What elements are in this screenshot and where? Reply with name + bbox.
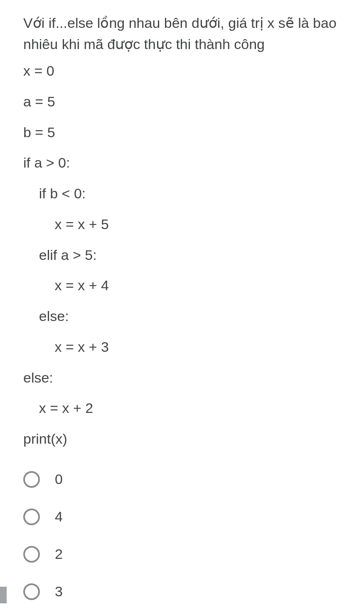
radio-icon [23, 471, 40, 488]
code-line: x = 0 [23, 63, 54, 79]
code-line: elif a > 5: [23, 247, 97, 263]
option-label: 0 [55, 471, 63, 487]
option-3[interactable]: 3 [23, 583, 343, 600]
options-group: 0 4 2 3 [23, 471, 343, 600]
code-line: b = 5 [23, 124, 55, 140]
code-block: x = 0 a = 5 b = 5 if a > 0: if b < 0: x … [23, 56, 343, 454]
option-2[interactable]: 2 [23, 546, 343, 563]
option-label: 3 [55, 583, 63, 600]
code-line: x = x + 5 [23, 216, 109, 232]
radio-icon [23, 509, 40, 525]
radio-icon [23, 583, 40, 600]
code-line: x = x + 3 [23, 339, 109, 355]
code-line: print(x) [23, 431, 67, 447]
code-line: if b < 0: [23, 185, 86, 201]
side-indicator [0, 587, 7, 603]
question-text: Với if...else lồng nhau bên dưới, giá tr… [23, 12, 343, 55]
code-line: x = x + 4 [23, 277, 109, 293]
code-line: else: [23, 308, 69, 324]
option-label: 2 [55, 546, 63, 562]
option-0[interactable]: 0 [23, 471, 343, 488]
code-line: x = x + 2 [23, 400, 93, 416]
code-line: else: [23, 370, 53, 385]
code-line: a = 5 [23, 94, 55, 109]
option-label: 4 [55, 509, 63, 525]
option-1[interactable]: 4 [23, 509, 343, 525]
code-line: if a > 0: [23, 155, 70, 170]
radio-icon [23, 546, 40, 563]
